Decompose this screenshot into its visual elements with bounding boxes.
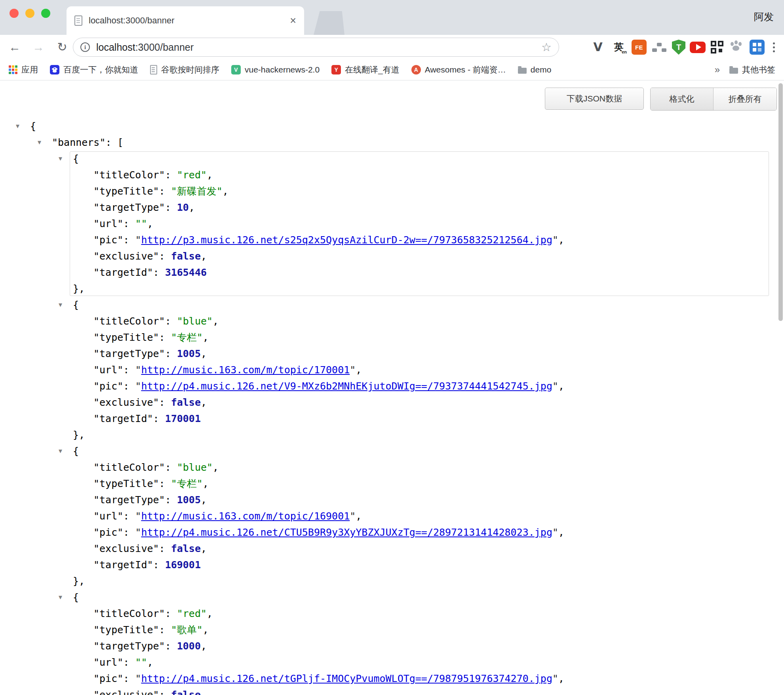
window-zoom-button[interactable]: [41, 9, 50, 18]
json-line: "url": "",: [0, 216, 784, 232]
bookmarks-list: 应用百度一下，你就知道谷歌按时间排序Vvue-hackernews-2.0Y在线…: [9, 64, 551, 75]
json-line: ▼{: [0, 589, 784, 605]
json-line: ▼{: [0, 443, 784, 459]
json-number-value: 170001: [165, 413, 201, 424]
json-line: "targetType": 1000,: [0, 638, 784, 654]
bookmark-label: 在线翻译_有道: [345, 64, 400, 75]
json-line: "titleColor": "blue",: [0, 313, 784, 329]
bookmark-item[interactable]: 百度一下，你就知道: [50, 64, 138, 75]
bookmark-item[interactable]: AAwesomes - 前端资…: [411, 64, 506, 75]
new-tab-button[interactable]: [314, 11, 344, 35]
shield-icon[interactable]: T: [672, 40, 685, 55]
collapse-all-button[interactable]: 折叠所有: [713, 88, 776, 110]
json-key: "banners": [52, 137, 105, 148]
bookmark-item[interactable]: 应用: [9, 64, 38, 75]
json-string-value: "专栏": [171, 332, 203, 343]
json-tree: ▼{▼"banners": [▼{"titleColor": "red","ty…: [0, 81, 784, 695]
json-line: "pic": "http://p4.music.126.net/tGPljf-I…: [0, 670, 784, 687]
page-icon: [150, 65, 157, 74]
info-icon[interactable]: [80, 42, 90, 52]
org-chart-icon[interactable]: [651, 39, 668, 55]
collapse-caret[interactable]: ▼: [59, 297, 62, 313]
json-number-value: 1005: [177, 494, 201, 506]
download-json-button[interactable]: 下载JSON数据: [545, 88, 644, 110]
collapse-caret[interactable]: ▼: [38, 134, 41, 151]
json-object: ▼{"titleColor": "blue","typeTitle": "专栏"…: [0, 297, 784, 443]
json-string-value: "blue": [177, 462, 213, 473]
window-minimize-button[interactable]: [25, 9, 34, 18]
tab-close-icon[interactable]: ×: [290, 15, 296, 26]
json-url-link[interactable]: http://p4.music.126.net/tGPljf-IMOCyPvum…: [141, 673, 552, 684]
json-line: "titleColor": "red",: [0, 167, 784, 183]
json-url-link[interactable]: http://p4.music.126.net/V9-MXz6b2MNhEKju…: [141, 380, 552, 392]
json-key: "url": [93, 510, 123, 522]
format-button[interactable]: 格式化: [651, 88, 713, 110]
json-key: "exclusive": [93, 543, 159, 554]
page-content: 下载JSON数据 格式化 折叠所有 ▼{▼"banners": [▼{"titl…: [0, 81, 784, 695]
json-line: "pic": "http://p4.music.126.net/V9-MXz6b…: [0, 378, 784, 394]
browser-tab[interactable]: localhost:3000/banner ×: [67, 6, 304, 35]
json-url-link[interactable]: http://p3.music.126.net/s25q2x5QyqsAzilC…: [141, 234, 552, 246]
collapse-caret[interactable]: ▼: [16, 118, 19, 134]
json-key: "url": [93, 218, 123, 229]
collapse-caret[interactable]: ▼: [59, 151, 62, 167]
bookmarks-bar: 应用百度一下，你就知道谷歌按时间排序Vvue-hackernews-2.0Y在线…: [0, 59, 784, 80]
json-key: "pic": [93, 673, 123, 684]
json-url-link[interactable]: http://music.163.com/m/topic/170001: [141, 364, 350, 376]
tab-strip: localhost:3000/banner × 阿发: [0, 0, 784, 35]
json-line: "pic": "http://p3.music.126.net/s25q2x5Q…: [0, 232, 784, 248]
profile-name[interactable]: 阿发: [754, 10, 774, 23]
json-key: "exclusive": [93, 250, 159, 262]
collector-icon[interactable]: [750, 40, 765, 55]
json-line: "typeTitle": "新碟首发",: [0, 183, 784, 199]
json-string-value: "新碟首发": [171, 185, 223, 197]
bookmarks-overflow-chevron[interactable]: »: [715, 64, 720, 75]
bookmark-label: demo: [531, 65, 552, 74]
translate-icon[interactable]: 英: [611, 39, 627, 55]
fehelper-icon[interactable]: FE: [632, 40, 647, 55]
bookmark-label: 谷歌按时间排序: [161, 64, 219, 75]
bookmark-label: 百度一下，你就知道: [63, 64, 138, 75]
json-key: "url": [93, 364, 123, 376]
json-url-link[interactable]: http://p4.music.126.net/CTU5B9R9y3XyYBZX…: [141, 527, 552, 538]
json-line: "targetId": 3165446: [0, 264, 784, 281]
json-key: "typeTitle": [93, 332, 159, 343]
json-boolean-value: false: [171, 397, 201, 408]
json-url-link[interactable]: http://music.163.com/m/topic/169001: [141, 510, 350, 522]
awesomes-icon: A: [411, 65, 421, 74]
json-key: "targetId": [93, 413, 153, 424]
reload-icon[interactable]: [55, 41, 69, 53]
scrollbar-thumb[interactable]: [778, 83, 783, 321]
json-object: ▼{"titleColor": "red","typeTitle": "歌单",…: [0, 589, 784, 695]
json-string-value: "red": [177, 608, 207, 619]
bookmark-star-icon[interactable]: [541, 42, 552, 53]
bookmark-item[interactable]: Vvue-hackernews-2.0: [231, 65, 320, 74]
json-line: ▼"banners": [: [0, 134, 784, 151]
json-line: "exclusive": false: [0, 687, 784, 695]
bookmark-item[interactable]: demo: [518, 65, 552, 74]
back-icon[interactable]: [8, 41, 21, 53]
paw-icon[interactable]: [729, 39, 745, 55]
bookmark-item[interactable]: Y在线翻译_有道: [331, 64, 400, 75]
json-line: "exclusive": false,: [0, 394, 784, 411]
other-bookmarks-folder[interactable]: 其他书签: [729, 64, 775, 75]
json-number-value: 1000: [177, 640, 201, 652]
url-text[interactable]: localhost:3000/banner: [96, 42, 541, 53]
extensions-row: V英FET: [590, 35, 778, 59]
youtube-icon[interactable]: [690, 42, 706, 53]
json-key: "titleColor": [93, 169, 165, 181]
window-close-button[interactable]: [10, 9, 19, 18]
json-key: "titleColor": [93, 315, 165, 327]
forward-icon[interactable]: [32, 41, 45, 53]
json-line: "titleColor": "red",: [0, 605, 784, 622]
collapse-caret[interactable]: ▼: [59, 443, 62, 459]
overflow-menu-icon[interactable]: [769, 39, 778, 55]
collapse-caret[interactable]: ▼: [59, 589, 62, 605]
bookmark-item[interactable]: 谷歌按时间排序: [150, 64, 219, 75]
url-bar[interactable]: localhost:3000/banner: [73, 38, 559, 57]
json-line: },: [0, 427, 784, 443]
qrcode-icon[interactable]: [710, 40, 724, 54]
baidu-icon: [50, 65, 59, 74]
vimium-icon[interactable]: V: [590, 39, 606, 55]
json-key: "typeTitle": [93, 478, 159, 489]
